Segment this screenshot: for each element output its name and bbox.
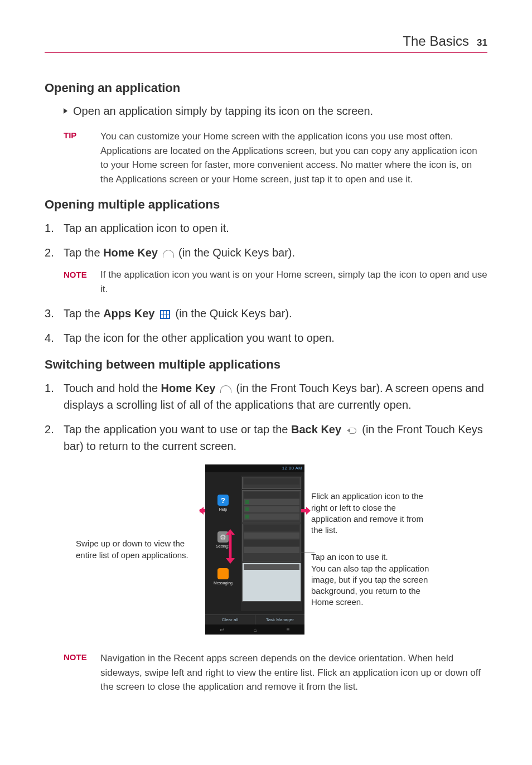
step-3: Tap the Apps Key (in the Quick Keys bar)…: [45, 305, 487, 322]
back-key-icon: [346, 425, 358, 435]
flick-left-arrow-icon: [200, 506, 209, 516]
swipe-vertical-arrow-icon: [228, 529, 233, 564]
home-key-icon: [162, 249, 175, 259]
callout-flick: Flick an application icon to the right o…: [311, 491, 434, 536]
home-key-label: Home Key: [103, 246, 158, 259]
page-header: The Basics 31: [45, 33, 487, 53]
triangle-bullet-icon: [64, 108, 67, 114]
tip-block: TIP You can customize your Home screen w…: [64, 129, 487, 186]
step-text: Touch and hold the: [64, 382, 161, 394]
heading-switching: Switching between multiple applications: [45, 357, 487, 372]
note-body: Navigation in the Recent apps screen dep…: [100, 651, 487, 694]
header-section-title: The Basics: [403, 33, 469, 49]
flick-right-arrow-icon: [301, 506, 310, 516]
note-block-inline: NOTE If the application icon you want is…: [64, 268, 487, 296]
step-4: Tap the icon for the other application y…: [45, 330, 487, 346]
bullet-text: Open an application simply by tapping it…: [73, 103, 373, 119]
back-key-label: Back Key: [291, 423, 341, 435]
heading-opening-app: Opening an application: [45, 81, 487, 95]
home-key-icon: [220, 384, 232, 394]
nav-home-icon: ⌂: [254, 627, 257, 633]
step-text: Tap the icon for the other application y…: [64, 332, 335, 344]
note-body: If the application icon you want is on y…: [100, 268, 487, 296]
step-text: Tap an application icon to open it.: [64, 222, 229, 234]
step-text: (in the Quick Keys bar).: [178, 246, 295, 259]
leader-line-icon: [301, 553, 315, 553]
note-label: NOTE: [64, 268, 88, 296]
steps-multiple-apps: Tap an application icon to open it. Tap …: [45, 220, 487, 346]
app-icon-messaging: Messaging: [207, 568, 239, 585]
figure-recent-apps: Swipe up or down to view the entire list…: [45, 464, 487, 635]
task-manager-button: Task Manager: [255, 614, 305, 624]
phone-footer-buttons: Clear all Task Manager: [205, 614, 304, 624]
app-icon-help: ? Help: [207, 495, 239, 511]
switch-step-2: Tap the application you want to use or t…: [45, 421, 487, 454]
heading-multiple-apps: Opening multiple applications: [45, 197, 487, 212]
step-text: Tap the: [64, 246, 103, 259]
status-time: 12:00 AM: [282, 466, 302, 471]
page-number: 31: [477, 37, 487, 49]
nav-back-icon: ↩: [220, 627, 224, 633]
bullet-open-app: Open an application simply by tapping it…: [64, 103, 487, 119]
step-2: Tap the Home Key (in the Quick Keys bar)…: [45, 244, 487, 296]
bottom-note-block: NOTE Navigation in the Recent apps scree…: [64, 651, 487, 694]
phone-status-bar: 12:00 AM: [205, 464, 304, 472]
step-text: (in the Quick Keys bar).: [176, 307, 292, 319]
clear-all-button: Clear all: [205, 614, 255, 624]
apps-key-icon: [159, 309, 171, 319]
step-text: Tap the: [64, 307, 103, 319]
phone-nav-bar: ↩ ⌂ ≡: [205, 624, 304, 635]
note-label: NOTE: [64, 651, 88, 694]
phone-app-column: ? Help ⚙ Settings Messaging: [207, 482, 239, 611]
callout-swipe: Swipe up or down to view the entire list…: [76, 538, 199, 561]
callout-tap-line2: You can also tap the application image, …: [311, 563, 434, 608]
home-key-label: Home Key: [161, 382, 216, 394]
callout-tap: Tap an icon to use it. You can also tap …: [311, 551, 434, 608]
steps-switching: Touch and hold the Home Key (in the Fron…: [45, 380, 487, 454]
apps-key-label: Apps Key: [103, 307, 154, 319]
app-label: Help: [219, 507, 227, 511]
switch-step-1: Touch and hold the Home Key (in the Fron…: [45, 380, 487, 413]
callout-tap-line1: Tap an icon to use it.: [311, 551, 434, 563]
phone-body: ? Help ⚙ Settings Messaging: [205, 472, 304, 614]
tip-label: TIP: [64, 129, 88, 186]
phone-screenshot: 12:00 AM ? Help ⚙ Settings Messaging: [205, 464, 304, 635]
nav-menu-icon: ≡: [287, 627, 290, 633]
phone-preview-stack: [241, 476, 302, 611]
step-1: Tap an application icon to open it.: [45, 220, 487, 236]
tip-body: You can customize your Home screen with …: [100, 129, 487, 186]
step-text: Tap the application you want to use or t…: [64, 423, 291, 435]
app-label: Messaging: [214, 581, 233, 585]
right-callout-group: Flick an application icon to the right o…: [311, 491, 456, 608]
